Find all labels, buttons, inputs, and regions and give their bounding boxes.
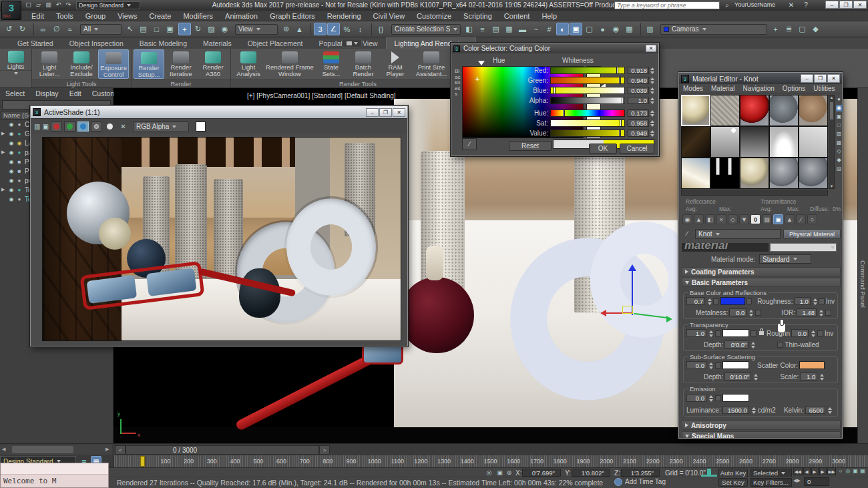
- undo-icon[interactable]: ↺: [3, 23, 15, 35]
- put-material-to-scene-icon[interactable]: ▲: [694, 214, 704, 224]
- rendered-frame-window-icon[interactable]: ▢: [583, 23, 596, 35]
- visibility-eye-icon[interactable]: ◉: [7, 178, 15, 184]
- hue-marker-icon[interactable]: [478, 61, 485, 65]
- material-editor-icon[interactable]: ◐: [556, 23, 569, 35]
- viewport-label[interactable]: [+] [PhysCamera001] [Standard] [Default …: [247, 92, 396, 99]
- menu-item-1[interactable]: Tools: [50, 12, 79, 20]
- scatter-color-swatch[interactable]: [799, 361, 825, 369]
- sample-slot-9[interactable]: [799, 126, 828, 158]
- zoom-extents-icon[interactable]: ▣: [852, 467, 859, 475]
- menu-item-3[interactable]: Views: [112, 12, 143, 20]
- spinner-icon[interactable]: [748, 309, 754, 316]
- visibility-eye-icon[interactable]: ◉: [7, 159, 15, 165]
- add-to-selection-icon[interactable]: +: [769, 23, 782, 35]
- transparency-weight-field[interactable]: 1.0: [686, 329, 706, 337]
- show-map-in-viewport-icon[interactable]: ▣: [773, 214, 783, 224]
- zoom-icon[interactable]: ○: [837, 467, 844, 475]
- timeline-ruler[interactable]: 1002003004005006007008009001000110012001…: [114, 455, 868, 467]
- sss-color-swatch[interactable]: [722, 361, 749, 369]
- torus-knot-object[interactable]: [507, 219, 688, 419]
- snaps-toggle-icon[interactable]: 3: [314, 23, 327, 35]
- me-menu-item-4[interactable]: Utilities: [809, 85, 839, 92]
- pick-material-eyedropper-icon[interactable]: ∕: [682, 230, 692, 239]
- visibility-eye-icon[interactable]: ◉: [7, 121, 15, 128]
- sample-slot-6[interactable]: [710, 126, 740, 158]
- close-button[interactable]: ✕: [827, 74, 840, 83]
- roughness-map-checkbox[interactable]: [819, 298, 824, 304]
- exposure-control-button[interactable]: Exposure Control: [98, 49, 129, 79]
- selection-lock-icon[interactable]: ▣: [495, 469, 504, 477]
- brand-dropdown[interactable]: [770, 243, 837, 252]
- add-time-tag-icon[interactable]: [614, 478, 622, 486]
- light-analysis-button[interactable]: Light Analysis: [233, 49, 264, 79]
- next-frame-icon[interactable]: ▶: [819, 467, 827, 475]
- named-selection-set-dropdown[interactable]: Create Selection Se: [391, 24, 461, 35]
- previous-frame-icon[interactable]: ◀: [803, 467, 811, 475]
- next-key-button[interactable]: >: [319, 445, 330, 455]
- special-maps-rollout[interactable]: Special Maps: [682, 431, 841, 438]
- sss-scale-field[interactable]: 1.0: [800, 373, 817, 381]
- gizmo-plane-handle[interactable]: [622, 306, 633, 314]
- get-material-icon[interactable]: ◉: [682, 214, 692, 224]
- edit-named-selection-sets-icon[interactable]: {}: [375, 23, 387, 35]
- current-frame-field[interactable]: 0: [804, 477, 829, 486]
- maximize-button[interactable]: ❐: [839, 1, 853, 9]
- expand-arrow-icon[interactable]: ▶: [1, 150, 7, 155]
- z-coordinate-field[interactable]: 1'3.255": [621, 469, 660, 477]
- reset-button[interactable]: Reset: [509, 141, 552, 151]
- render-a360-button[interactable]: Render A360: [198, 49, 228, 79]
- spinner-icon[interactable]: [708, 330, 714, 337]
- saturation-slider[interactable]: [550, 119, 625, 127]
- red-slider[interactable]: [550, 67, 625, 74]
- go-to-parent-icon[interactable]: ▲: [785, 214, 795, 224]
- spinner-icon[interactable]: [751, 407, 756, 414]
- save-image-icon[interactable]: ▥: [34, 123, 40, 130]
- x-coordinate-field[interactable]: 0'7.699": [522, 469, 561, 477]
- ribbon-tab-0[interactable]: Get Started: [9, 38, 61, 49]
- spinner-icon[interactable]: [650, 109, 655, 117]
- base-weight-map-checkbox[interactable]: [713, 298, 718, 304]
- sss-depth-field[interactable]: 0'10.0": [724, 373, 751, 381]
- eyedropper-button[interactable]: ∕: [462, 138, 477, 150]
- current-frame-marker[interactable]: [140, 456, 145, 467]
- select-object-icon[interactable]: ↖: [124, 23, 136, 35]
- render-iterative-icon[interactable]: ◉: [610, 23, 622, 35]
- spinner-icon[interactable]: [819, 373, 825, 381]
- reset-map-icon[interactable]: ×: [716, 214, 726, 224]
- sample-slot-4[interactable]: [799, 95, 828, 126]
- material-zoom-icon[interactable]: ○: [807, 214, 817, 224]
- key-filters-button[interactable]: Key Filters...: [750, 478, 792, 487]
- emission-weight-field[interactable]: 0.0: [686, 394, 706, 402]
- command-panel-strip[interactable]: Command Panel: [857, 88, 868, 443]
- go-to-start-icon[interactable]: ◀◀: [793, 467, 803, 475]
- cancel-button[interactable]: Cancel: [620, 144, 654, 154]
- zoom-all-icon[interactable]: ◎: [845, 467, 851, 475]
- menu-item-9[interactable]: Civil View: [367, 12, 411, 20]
- alpha-value-field[interactable]: 1.0: [628, 97, 649, 104]
- percent-snap-icon[interactable]: %: [341, 23, 353, 35]
- visibility-eye-icon[interactable]: ◉: [7, 187, 15, 193]
- username-menu[interactable]: YourUserName: [734, 1, 775, 8]
- sample-slot-10[interactable]: [681, 158, 710, 189]
- favorites-icon[interactable]: ◆: [809, 23, 822, 35]
- visibility-eye-icon[interactable]: ◉: [7, 140, 15, 146]
- layer-stack-icon[interactable]: ≣: [783, 23, 795, 35]
- put-to-library-icon[interactable]: ▼: [739, 214, 749, 224]
- sample-slot-8[interactable]: [769, 126, 799, 158]
- red-value-field[interactable]: 0.918: [628, 67, 649, 74]
- make-unique-icon[interactable]: ◇: [728, 214, 738, 224]
- minimize-button[interactable]: –: [366, 108, 379, 117]
- select-by-name-icon[interactable]: ▤: [137, 23, 150, 35]
- spinner-icon[interactable]: [650, 87, 655, 94]
- slots-horizontal-scrollbar[interactable]: [681, 190, 828, 196]
- blue-value-field[interactable]: 0.039: [628, 87, 649, 94]
- camera-selection-dropdown[interactable]: Cameras: [660, 24, 767, 35]
- sample-slot-12[interactable]: [740, 158, 769, 189]
- value-value-field[interactable]: 0.949: [628, 130, 649, 137]
- spinner-icon[interactable]: [750, 341, 756, 348]
- add-time-tag[interactable]: Add Time Tag: [625, 478, 666, 485]
- selection-filter-dropdown[interactable]: All: [80, 24, 122, 35]
- render-setup-button[interactable]: Render Setup...: [134, 49, 164, 79]
- sample-slot-0[interactable]: [681, 95, 710, 126]
- open-file-icon[interactable]: ▱: [34, 1, 43, 9]
